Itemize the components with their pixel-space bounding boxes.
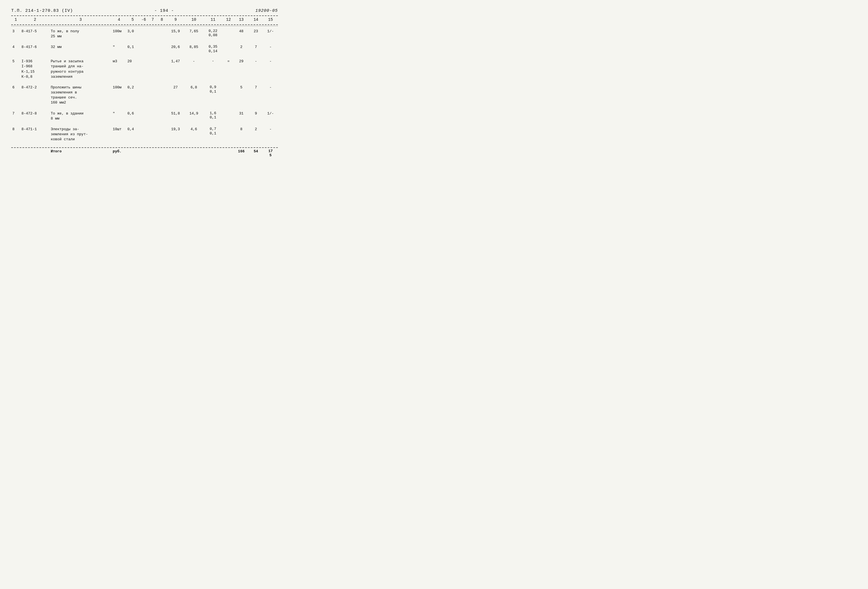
row-col13: 48 [234, 27, 249, 40]
col-header-5: 5 [126, 16, 139, 24]
row-unit: 10шт [112, 125, 126, 143]
row-col11: 0,22 0,08 [203, 27, 223, 40]
row-col15: - [263, 125, 278, 143]
row-code: 8-417-6 [21, 42, 50, 54]
row-col14: 7 [249, 83, 263, 106]
row-col11: 0,35 0,14 [203, 42, 223, 54]
row-num: 7 [11, 109, 21, 122]
row-qty: 0,4 [126, 125, 139, 143]
col-header-10: 10 [185, 16, 203, 24]
row-col6 [139, 42, 148, 54]
row-col15: - [263, 42, 278, 54]
row-code: I-936I-968К-1,15К-0,8 [21, 57, 50, 80]
row-num: 3 [11, 27, 21, 40]
row-unit: 100м [112, 27, 126, 40]
itogo-row: Итого руб. 166 54 17 5 [11, 148, 278, 158]
row-unit: 100м [112, 83, 126, 106]
row-col7 [148, 27, 158, 40]
itogo-col14: 54 [249, 148, 263, 158]
row-qty: 0,6 [126, 109, 139, 122]
row-col6 [139, 27, 148, 40]
table-row: 5 I-936I-968К-1,15К-0,8 Рытье и засыпкат… [11, 57, 278, 80]
row-col11: 0,7 0,1 [203, 125, 223, 143]
row-desc: 32 мм [50, 42, 112, 54]
row-col6 [139, 125, 148, 143]
col-header-15: 15 [263, 16, 278, 24]
row-col9: 20,6 [167, 42, 185, 54]
row-col12 [223, 125, 234, 143]
col-header-3: 3 [50, 16, 112, 24]
row-col10: 6,8 [185, 83, 203, 106]
row-col8 [158, 42, 167, 54]
row-desc: Рытье и засыпкатраншей для на-ружного ко… [50, 57, 112, 80]
row-unit: " [112, 109, 126, 122]
row-desc: То же, в полу25 мм [50, 27, 112, 40]
row-col8 [158, 57, 167, 80]
row-col12 [223, 42, 234, 54]
row-col9: 27 [167, 83, 185, 106]
table-row: 4 8-417-6 32 мм " 0,1 20,6 8,85 0,35 0,1… [11, 42, 278, 54]
row-desc: То же, в здании8 мм [50, 109, 112, 122]
row-col14: 9 [249, 109, 263, 122]
row-col13: 5 [234, 83, 249, 106]
col-header-12: 12 [223, 16, 234, 24]
row-col14: 7 [249, 42, 263, 54]
itogo-unit: руб. [112, 148, 126, 158]
row-desc: Электроды за-земления из прут-ковой стал… [50, 125, 112, 143]
row-col12 [223, 83, 234, 106]
row-col8 [158, 125, 167, 143]
row-col15: 1/- [263, 109, 278, 122]
row-col6 [139, 83, 148, 106]
row-col9: 1,47 [167, 57, 185, 80]
row-col7 [148, 109, 158, 122]
col-header-8: 8 [158, 16, 167, 24]
row-col14: 23 [249, 27, 263, 40]
col-header-4: 4 [112, 16, 126, 24]
row-col15: - [263, 83, 278, 106]
table-row: 7 8-472-8 То же, в здании8 мм " 0,6 51,8… [11, 109, 278, 122]
row-col7 [148, 83, 158, 106]
row-col13: 8 [234, 125, 249, 143]
header-left: Т.П. 214-1-270.83 (IV) [11, 9, 73, 13]
row-col9: 51,8 [167, 109, 185, 122]
row-col8 [158, 109, 167, 122]
row-col7 [148, 42, 158, 54]
row-col6 [139, 57, 148, 80]
row-col13: 29 [234, 57, 249, 80]
row-col13: 2 [234, 42, 249, 54]
row-unit: м3 [112, 57, 126, 80]
row-qty: 0,1 [126, 42, 139, 54]
row-col15: - [263, 57, 278, 80]
row-col12 [223, 27, 234, 40]
row-col11: 0,9 0,1 [203, 83, 223, 106]
table-wrapper: 1 2 3 4 5 ·6 7 8 9 10 11 12 13 14 15 3 [11, 15, 278, 158]
row-col10: 14,9 [185, 109, 203, 122]
row-code: 8-417-5 [21, 27, 50, 40]
row-col14: - [249, 57, 263, 80]
row-col13: 31 [234, 109, 249, 122]
row-col10: 4,6 [185, 125, 203, 143]
col-header-13: 13 [234, 16, 249, 24]
table-row: 6 8-472-2 Проложить шинызаземления втран… [11, 83, 278, 106]
row-code: 8-471-1 [21, 125, 50, 143]
col-header-9: 9 [167, 16, 185, 24]
col-header-11: 11 [203, 16, 223, 24]
row-col7 [148, 57, 158, 80]
itogo-label: Итого [50, 148, 112, 158]
table-row: 8 8-471-1 Электроды за-земления из прут-… [11, 125, 278, 143]
col-header-2: 2 [21, 16, 50, 24]
header-right: 19200-05 [255, 9, 278, 13]
row-col14: 2 [249, 125, 263, 143]
col-header-1: 1 [11, 16, 21, 24]
col-header-7: 7 [148, 16, 158, 24]
row-col9: 19,3 [167, 125, 185, 143]
row-col8 [158, 27, 167, 40]
row-qty: 0,2 [126, 83, 139, 106]
col-header-6: ·6 [139, 16, 148, 24]
row-col10: 7,65 [185, 27, 203, 40]
row-desc: Проложить шинызаземления втраншее сеч.16… [50, 83, 112, 106]
itogo-col15: 17 5 [263, 148, 278, 158]
row-qty: 20 [126, 57, 139, 80]
row-col12: = [223, 57, 234, 80]
row-num: 8 [11, 125, 21, 143]
